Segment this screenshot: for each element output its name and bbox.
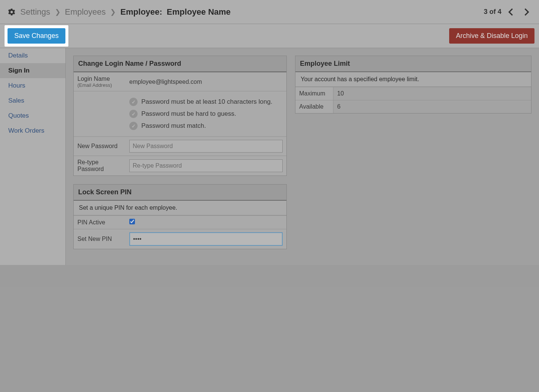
new-password-label: New Password: [74, 137, 126, 156]
pin-active-checkbox[interactable]: [129, 219, 135, 224]
limit-max-value: 10: [333, 87, 531, 100]
sidebar-item-work-orders[interactable]: Work Orders: [0, 123, 65, 138]
empty-area: [0, 265, 539, 392]
password-rule: ✓Password must be at least 10 characters…: [129, 96, 283, 108]
sidebar-item-quotes[interactable]: Quotes: [0, 108, 65, 123]
set-new-pin-input[interactable]: [129, 232, 283, 246]
retype-password-input[interactable]: [129, 159, 283, 172]
breadcrumb-bar: Settings ❯ Employees ❯ Employee: Employe…: [0, 0, 539, 24]
limit-row-maximum: Maximum 10: [295, 87, 531, 100]
set-new-pin-label: Set New PIN: [74, 229, 126, 249]
sidebar-item-sales[interactable]: Sales: [0, 93, 65, 108]
pager-next-button[interactable]: [521, 7, 531, 17]
limit-panel: Employee Limit Your account has a specif…: [295, 56, 531, 114]
limit-row-available: Available 6: [295, 100, 531, 113]
login-name-label: Login Name (Email Address): [74, 73, 126, 91]
limit-panel-heading: Employee Limit: [295, 56, 531, 72]
password-rules: ✓Password must be at least 10 characters…: [129, 94, 283, 133]
limit-panel-note: Your account has a specified employee li…: [295, 72, 531, 87]
pin-panel: Lock Screen PIN Set a unique PIN for eac…: [73, 184, 287, 249]
password-rule: ✓Password must be hard to guess.: [129, 108, 283, 120]
new-password-input[interactable]: [129, 140, 283, 153]
save-button[interactable]: Save Changes: [8, 28, 65, 44]
archive-disable-button[interactable]: Archive & Disable Login: [449, 28, 534, 44]
save-highlight-box: Save Changes: [5, 25, 68, 47]
limit-avail-value: 6: [333, 100, 531, 113]
pin-active-label: PIN Active: [74, 216, 126, 229]
pin-panel-heading: Lock Screen PIN: [74, 185, 286, 201]
gear-icon: [8, 8, 16, 16]
sidebar: Details Sign In Hours Sales Quotes Work …: [0, 48, 66, 265]
login-name-sublabel: (Email Address): [77, 82, 122, 88]
limit-max-label: Maximum: [295, 87, 333, 100]
login-panel-heading: Change Login Name / Password: [74, 56, 286, 72]
pager-prev-button[interactable]: [506, 7, 516, 17]
chevron-right-icon: ❯: [55, 8, 61, 16]
breadcrumb-settings[interactable]: Settings: [20, 7, 50, 17]
breadcrumb-current-prefix: Employee:: [120, 7, 162, 17]
action-bar: Save Changes Archive & Disable Login: [0, 24, 539, 48]
check-circle-icon: ✓: [129, 122, 138, 130]
sidebar-item-details[interactable]: Details: [0, 48, 65, 63]
login-panel: Change Login Name / Password Login Name …: [73, 56, 287, 176]
password-rule: ✓Password must match.: [129, 120, 283, 132]
chevron-right-icon: ❯: [110, 8, 116, 16]
breadcrumb-employees[interactable]: Employees: [65, 7, 106, 17]
pin-panel-note: Set a unique PIN for each employee.: [74, 201, 286, 215]
sidebar-item-hours[interactable]: Hours: [0, 78, 65, 93]
sidebar-item-sign-in[interactable]: Sign In: [0, 63, 65, 78]
breadcrumb-current-name: Employee Name: [167, 7, 231, 17]
check-circle-icon: ✓: [129, 110, 138, 118]
check-circle-icon: ✓: [129, 98, 138, 106]
login-name-value: employee@lightspeed.com: [126, 73, 286, 91]
limit-avail-label: Available: [295, 100, 333, 113]
retype-password-label: Re-type Password: [74, 156, 126, 176]
pager-text: 3 of 4: [484, 8, 501, 16]
